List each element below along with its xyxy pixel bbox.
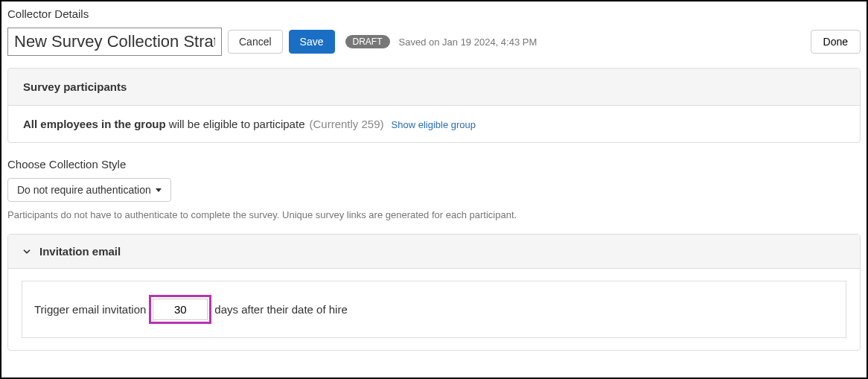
done-button[interactable]: Done	[811, 30, 861, 54]
invitation-email-title: Invitation email	[39, 245, 121, 258]
participants-panel: Survey participants All employees in the…	[7, 68, 861, 143]
page-title: Collector Details	[7, 7, 861, 20]
caret-down-icon	[156, 188, 162, 192]
participants-count: (Currently 259)	[309, 118, 383, 130]
saved-timestamp: Saved on Jan 19 2024, 4:43 PM	[399, 36, 537, 48]
participants-bold-text: All employees in the group	[23, 118, 166, 130]
header-row: Cancel Save DRAFT Saved on Jan 19 2024, …	[7, 28, 861, 56]
invitation-email-body: Trigger email invitation days after thei…	[8, 269, 860, 350]
trigger-prefix-text: Trigger email invitation	[34, 303, 146, 316]
show-eligible-group-link[interactable]: Show eligible group	[392, 119, 476, 130]
participants-panel-body: All employees in the group will be eligi…	[8, 106, 860, 142]
participants-panel-header: Survey participants	[8, 69, 860, 106]
collection-style-help: Participants do not have to authenticate…	[7, 209, 861, 220]
save-button[interactable]: Save	[289, 30, 335, 54]
cancel-button[interactable]: Cancel	[228, 30, 283, 54]
collection-style-dropdown[interactable]: Do not require authentication	[7, 178, 171, 202]
collection-style-label: Choose Collection Style	[7, 158, 861, 171]
chevron-down-icon	[22, 246, 32, 257]
participants-rest-text: will be eligible to participate	[166, 118, 305, 130]
trigger-suffix-text: days after their date of hire	[214, 303, 347, 316]
trigger-row: Trigger email invitation days after thei…	[22, 281, 846, 338]
collection-style-selected: Do not require authentication	[17, 184, 151, 196]
status-badge: DRAFT	[345, 35, 390, 48]
invitation-email-accordion: Invitation email Trigger email invitatio…	[7, 234, 861, 351]
collector-name-input[interactable]	[7, 28, 222, 56]
days-input-highlight	[149, 295, 211, 324]
invitation-email-header[interactable]: Invitation email	[8, 235, 860, 269]
days-input[interactable]	[153, 299, 208, 320]
